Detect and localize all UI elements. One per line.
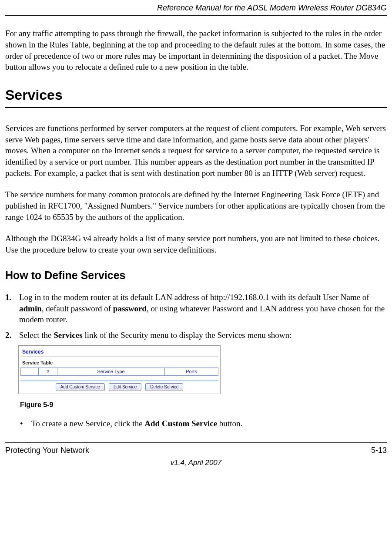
figure-caption: Figure 5-9 <box>20 400 387 410</box>
figure-subtitle: Service Table <box>20 360 218 368</box>
step-1-bold-2: password <box>113 304 147 313</box>
running-header: Reference Manual for the ADSL Modem Wire… <box>5 3 387 13</box>
services-para-2: The service numbers for many common prot… <box>5 189 387 223</box>
th-number: # <box>39 368 57 375</box>
service-table: # Service Type Ports <box>20 368 218 376</box>
step-2-text-pre: Select the <box>19 331 54 340</box>
th-service-type: Service Type <box>57 368 165 375</box>
bullet-1-bold: Add Custom Service <box>144 419 217 428</box>
step-2-bold: Services <box>54 331 82 340</box>
add-custom-service-button[interactable]: Add Custom Service <box>56 383 105 391</box>
footer-row: Protecting Your Network 5-13 <box>5 445 387 455</box>
footer-divider <box>5 442 387 443</box>
step-1: Log in to the modem router at its defaul… <box>5 292 387 325</box>
services-para-3: Although the DG834G v4 already holds a l… <box>5 233 387 255</box>
steps-list: Log in to the modem router at its defaul… <box>5 292 387 341</box>
services-para-1: Services are functions performed by serv… <box>5 123 387 179</box>
header-divider <box>5 15 387 16</box>
figure-divider-2 <box>20 381 218 381</box>
step-2-text-post: link of the Security menu to display the… <box>83 331 292 340</box>
step-1-text-pre: Log in to the modem router at its defaul… <box>19 293 369 302</box>
figure-services-panel: Services Service Table # Service Type Po… <box>18 345 221 394</box>
footer-right: 5-13 <box>371 445 387 455</box>
footer-left: Protecting Your Network <box>5 445 89 455</box>
th-checkbox <box>21 368 39 375</box>
figure-divider-1 <box>20 357 218 357</box>
heading-services: Services <box>5 86 387 108</box>
intro-paragraph: For any traffic attempting to pass throu… <box>5 28 387 73</box>
bullet-list: To create a new Service, click the Add C… <box>18 418 387 429</box>
step-1-bold-1: admin <box>19 304 42 313</box>
bullet-1-post: button. <box>217 419 242 428</box>
heading-define-services: How to Define Services <box>5 268 387 283</box>
bullet-1: To create a new Service, click the Add C… <box>18 418 387 429</box>
edit-service-button[interactable]: Edit Service <box>109 383 141 391</box>
table-empty-row <box>20 376 218 379</box>
step-2: Select the Services link of the Security… <box>5 330 387 341</box>
th-ports: Ports <box>165 368 218 375</box>
step-1-text-mid1: , default password of <box>42 304 113 313</box>
bullet-1-pre: To create a new Service, click the <box>31 419 144 428</box>
figure-button-row: Add Custom Service Edit Service Delete S… <box>20 383 218 392</box>
delete-service-button[interactable]: Delete Service <box>145 383 183 391</box>
footer-center: v1.4, April 2007 <box>5 458 387 468</box>
figure-panel-title: Services <box>20 347 218 356</box>
